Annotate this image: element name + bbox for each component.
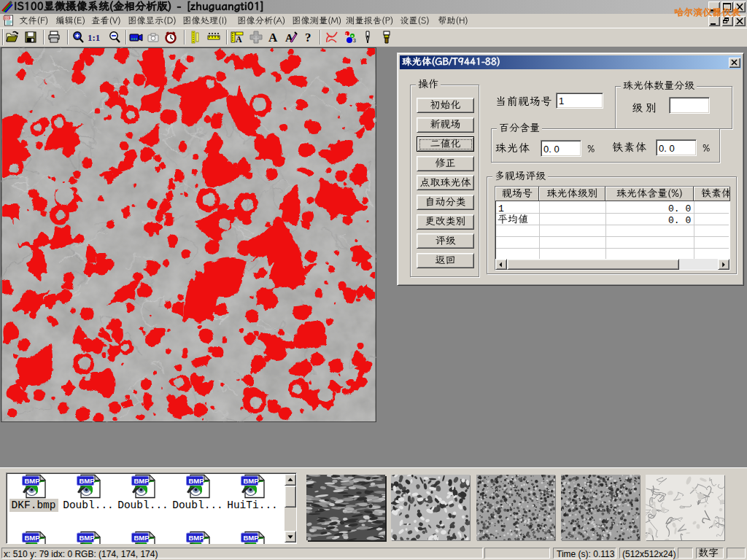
svg-text:BMP: BMP — [189, 477, 205, 485]
svg-text:BMP: BMP — [134, 534, 150, 542]
svg-text:BMP: BMP — [244, 534, 260, 542]
svg-text:3: 3 — [353, 38, 356, 43]
svg-text:BMP: BMP — [244, 477, 260, 485]
svg-text:A: A — [268, 31, 278, 44]
svg-text:BMP: BMP — [80, 534, 96, 542]
svg-text:BMP: BMP — [134, 477, 150, 485]
svg-text:DOC: DOC — [4, 16, 11, 20]
svg-text:1:1: 1:1 — [88, 32, 100, 43]
svg-text:BMP: BMP — [25, 534, 41, 542]
svg-text:?: ? — [305, 31, 311, 44]
svg-text:A: A — [236, 34, 242, 44]
svg-text:BMP: BMP — [189, 534, 205, 542]
svg-text:BMP: BMP — [80, 477, 96, 485]
svg-text:BMP: BMP — [25, 477, 41, 485]
